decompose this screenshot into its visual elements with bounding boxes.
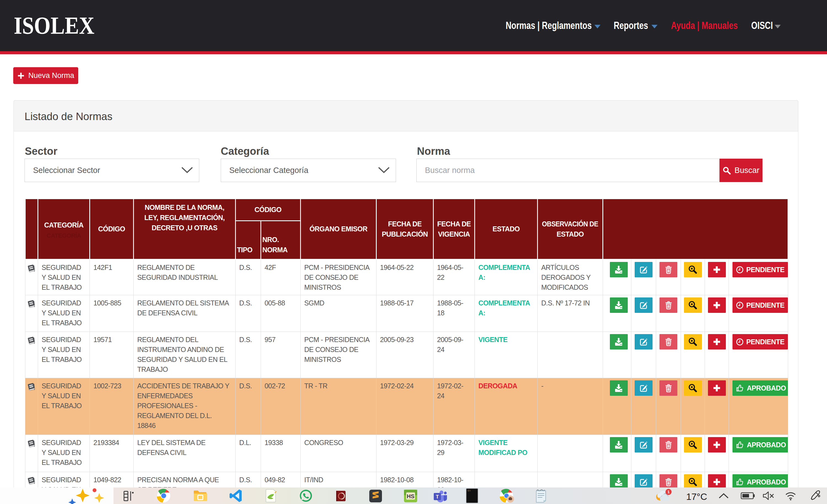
svg-text:C:\: C:\	[468, 489, 471, 492]
svg-text:HS: HS	[407, 493, 415, 499]
svg-text:T: T	[436, 494, 439, 500]
svg-text:1: 1	[668, 489, 670, 494]
